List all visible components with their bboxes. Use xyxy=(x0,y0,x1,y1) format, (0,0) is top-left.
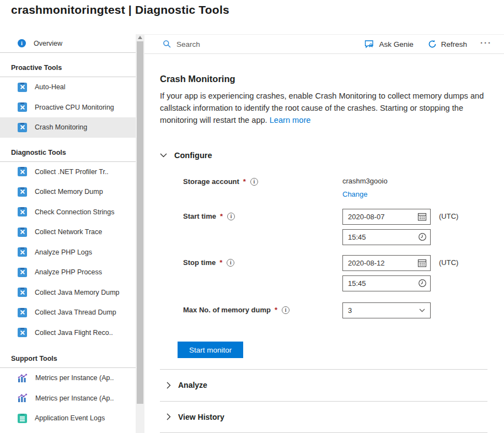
blade-toolbar: Ask Genie Refresh ··· xyxy=(144,35,504,54)
scrollbar-up-arrow-icon[interactable] xyxy=(138,36,142,39)
info-icon[interactable]: i xyxy=(227,213,235,220)
sidebar-item-label: Check Connection Strings xyxy=(35,208,115,216)
chevron-right-icon xyxy=(167,382,171,389)
sidebar-item-label: Collect Java Memory Dump xyxy=(35,289,120,296)
ask-genie-button[interactable]: Ask Genie xyxy=(360,37,417,51)
crash-monitoring-description: If your app is experiencing crashes, ena… xyxy=(160,90,487,126)
max-memory-dump-label: Max No. of memory dump * i xyxy=(160,302,342,314)
change-storage-link[interactable]: Change xyxy=(342,190,368,198)
configure-form: Storage account * i crashm3gooio Change … xyxy=(160,174,487,358)
sidebar-item-label: Collect Java Flight Reco.. xyxy=(35,329,113,337)
sidebar-item-collect-java-flight-recorder[interactable]: Collect Java Flight Reco.. xyxy=(0,323,136,343)
sidebar-item-proactive-cpu-monitoring[interactable]: Proactive CPU Monitoring xyxy=(0,98,136,118)
sidebar-item-label: Metrics per Instance (Ap.. xyxy=(35,394,114,402)
search-input[interactable] xyxy=(176,40,287,48)
ask-genie-label: Ask Genie xyxy=(379,40,413,48)
clock-icon[interactable] xyxy=(418,279,427,288)
chevron-down-icon xyxy=(160,153,167,158)
search-icon xyxy=(163,40,171,48)
diagnostic-tool-icon xyxy=(18,207,27,216)
learn-more-link[interactable]: Learn more xyxy=(270,116,311,125)
stop-time-row: Stop time * i xyxy=(160,255,487,291)
info-icon[interactable]: i xyxy=(250,178,258,186)
sidebar-item-label: Metrics per Instance (Ap.. xyxy=(35,374,114,382)
sidebar-item-application-event-logs[interactable]: Application Event Logs xyxy=(0,408,136,429)
diagnostic-tool-icon xyxy=(18,228,27,237)
label-text: Max No. of memory dump xyxy=(183,306,271,314)
start-time-timezone: (UTC) xyxy=(439,209,458,220)
required-marker: * xyxy=(219,212,223,220)
sidebar-scrollbar[interactable] xyxy=(136,34,144,433)
sidebar-item-collect-network-trace[interactable]: Collect Network Trace xyxy=(0,222,136,242)
storage-account-row: Storage account * i crashm3gooio Change xyxy=(160,174,487,198)
analyze-section-header[interactable]: Analyze xyxy=(160,369,487,401)
diagnostic-tool-icon xyxy=(18,247,27,257)
more-options-button[interactable]: ··· xyxy=(477,36,495,53)
diagnostic-tool-icon xyxy=(18,308,27,317)
sidebar-item-label: Application Event Logs xyxy=(35,414,105,422)
selected-value: 3 xyxy=(348,306,352,315)
view-history-section-header[interactable]: View History xyxy=(160,401,487,433)
sidebar-item-analyze-php-process[interactable]: Analyze PHP Process xyxy=(0,262,136,283)
label-text: Storage account xyxy=(183,177,239,186)
label-text: Stop time xyxy=(183,258,216,267)
start-time-label: Start time * i xyxy=(160,209,342,220)
scrollbar-thumb[interactable] xyxy=(137,41,143,404)
configure-section-title: Configure xyxy=(174,151,212,160)
search-box[interactable] xyxy=(163,40,360,48)
sidebar-item-collect-java-thread-dump[interactable]: Collect Java Thread Dump xyxy=(0,302,136,323)
max-memory-dump-select[interactable]: 3 xyxy=(342,302,431,318)
sidebar-item-label: Collect Memory Dump xyxy=(35,188,103,196)
sidebar-item-label: Crash Monitoring xyxy=(35,123,87,131)
clock-icon[interactable] xyxy=(418,232,427,241)
refresh-label: Refresh xyxy=(441,40,467,48)
chevron-right-icon xyxy=(167,413,171,420)
info-icon[interactable]: i xyxy=(227,259,234,267)
sidebar-item-collect-java-memory-dump[interactable]: Collect Java Memory Dump xyxy=(0,283,136,303)
sidebar-item-label: Overview xyxy=(34,40,62,47)
sidebar-item-check-connection-strings[interactable]: Check Connection Strings xyxy=(0,202,136,223)
calendar-icon[interactable] xyxy=(417,258,427,268)
chevron-down-icon xyxy=(419,308,425,312)
sidebar-item-overview[interactable]: i Overview xyxy=(0,34,136,53)
start-time-input[interactable] xyxy=(342,229,431,245)
start-monitor-button[interactable]: Start monitor xyxy=(178,342,243,358)
max-memory-dump-row: Max No. of memory dump * i 3 xyxy=(160,302,487,318)
diagnostic-tool-icon xyxy=(18,268,27,277)
required-marker: * xyxy=(274,306,277,314)
info-circle-icon: i xyxy=(18,39,26,47)
crash-monitoring-heading: Crash Monitoring xyxy=(160,74,487,84)
sidebar-item-analyze-php-logs[interactable]: Analyze PHP Logs xyxy=(0,242,136,263)
configure-section-header[interactable]: Configure xyxy=(160,151,487,160)
sidebar-section-support-tools: Support Tools xyxy=(0,343,136,368)
main-pane: Ask Genie Refresh ··· Crash Monitoring I… xyxy=(144,34,504,433)
metrics-chart-icon xyxy=(18,374,28,383)
sidebar-item-metrics-per-instance-1[interactable]: Metrics per Instance (Ap.. xyxy=(0,368,136,388)
sidebar-item-label: Auto-Heal xyxy=(35,83,66,91)
diagnostic-tool-icon xyxy=(18,123,27,132)
stop-time-input[interactable] xyxy=(342,275,431,291)
genie-chat-icon xyxy=(364,40,374,49)
metrics-chart-icon xyxy=(18,393,28,403)
description-text: If your app is experiencing crashes, ena… xyxy=(160,91,484,125)
refresh-button[interactable]: Refresh xyxy=(423,37,471,51)
calendar-icon[interactable] xyxy=(417,212,427,221)
sidebar-section-proactive-tools: Proactive Tools xyxy=(0,53,136,77)
stop-time-label: Stop time * i xyxy=(160,255,342,267)
analyze-section-title: Analyze xyxy=(178,381,207,389)
diagnostic-tool-icon xyxy=(18,83,27,92)
toolbar-actions: Ask Genie Refresh ··· xyxy=(360,36,495,53)
storage-account-value: crashm3gooio Change xyxy=(342,174,388,198)
diagnostic-tool-icon xyxy=(18,102,27,112)
sidebar-item-auto-heal[interactable]: Auto-Heal xyxy=(0,77,136,98)
sidebar-item-crash-monitoring[interactable]: Crash Monitoring xyxy=(0,117,136,138)
sidebar-item-collect-memory-dump[interactable]: Collect Memory Dump xyxy=(0,182,136,202)
diagnostic-tool-icon xyxy=(18,328,27,337)
sidebar-item-collect-net-profiler[interactable]: Collect .NET Profiler Tr.. xyxy=(0,162,136,182)
collapsed-sections: Analyze View History xyxy=(160,369,487,433)
info-icon[interactable]: i xyxy=(282,306,289,314)
sidebar-section-diagnostic-tools: Diagnostic Tools xyxy=(0,138,136,162)
diagnostic-tool-icon xyxy=(18,187,27,197)
sidebar-item-metrics-per-instance-2[interactable]: Metrics per Instance (Ap.. xyxy=(0,388,136,409)
sidebar: i Overview Proactive Tools Auto-Heal Pro… xyxy=(0,34,136,433)
